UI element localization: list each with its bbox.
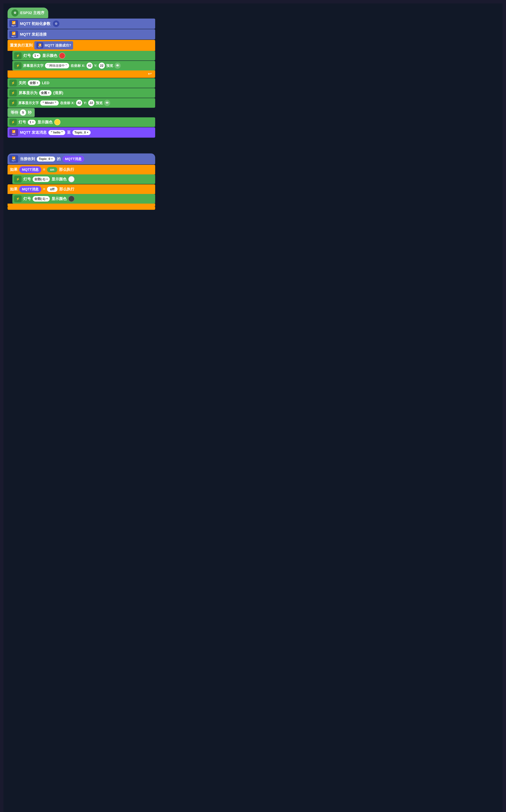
led-icon-4: ⚡ [9, 89, 17, 96]
led-icon-5: ⚡ [9, 99, 17, 106]
esp32-icon: ⚙ [11, 9, 18, 16]
mqtt-msg-oval-2: MQTT消息 [19, 166, 41, 173]
mqtt-msg2-label: MQTT消息 [22, 168, 38, 172]
coord-x-val-1[interactable]: 42 [86, 63, 93, 69]
recv-topic-dropdown[interactable]: Topic_0 ▼ [37, 156, 55, 161]
all-minus1-arrow[interactable]: ▼ [46, 178, 48, 181]
screen-black-block: ⚡ 屏幕显示为 全黑 ▼ (清屏) [8, 88, 155, 98]
led-dark-block: ⚡ 灯号 全部(-1) ▼ 显示颜色 [12, 194, 155, 204]
mqtt-init-label: MQTT 初始化参数 [20, 21, 51, 26]
mqtt-connect-icon: 📶 MQTT [9, 30, 18, 38]
mqtt-recv-icon: 📶 MQTT [9, 155, 18, 163]
led4-label: 灯号 [23, 196, 31, 201]
black-val: 全黑 [41, 91, 47, 95]
coord-y-label-2: Y: [84, 101, 87, 105]
screen-mindplus-label: 屏幕显示文字 [18, 101, 39, 105]
all-label-val: 全部 [29, 81, 36, 85]
hello-string[interactable]: " hello " [49, 130, 65, 135]
all-dropdown-arrow[interactable]: ▼ [36, 82, 38, 84]
mqtt-msg-oval-1: MQTT消息 [62, 156, 84, 162]
coord-x-val-2[interactable]: 42 [76, 100, 82, 106]
esp32-label: ESP32 主程序 [20, 10, 45, 15]
if-off-footer [8, 204, 155, 207]
mqtt-connected-label: MQTT 连接成功? [45, 43, 71, 48]
wait-num-val: 5 [22, 111, 24, 115]
recv-topic-arrow[interactable]: ▼ [51, 158, 53, 160]
led-icon-3: ⚡ [9, 79, 17, 86]
led1-num-pill[interactable]: 1 ▼ [32, 53, 40, 58]
mqtt-msg3-label: MQTT消息 [22, 187, 38, 191]
mindplus-string[interactable]: " Mind+ " [40, 100, 59, 106]
white-color-dot[interactable] [68, 176, 75, 182]
yellow-color-dot[interactable] [54, 119, 61, 125]
mqtt-init-gear-button[interactable]: ⚙ [53, 20, 59, 27]
mqtt-connect-block: 📶 MQTT MQTT 发起连接 [8, 29, 155, 40]
mqtt-msg-oval-3: MQTT消息 [19, 186, 41, 193]
dark-color-dot[interactable] [68, 196, 75, 202]
led2-dropdown-arrow[interactable]: ▼ [32, 121, 34, 123]
when-receive-hat-block: 📶 MQTT 当接收到 Topic_0 ▼ 的 MQTT消息 [8, 153, 155, 164]
coord-y-val-1[interactable]: 22 [99, 63, 105, 69]
wait-label: 等待 [11, 110, 18, 115]
when-receive-label: 当接收到 [20, 156, 35, 161]
close-all-led-block: ⚡ 关闭 全部 ▼ LED [8, 78, 155, 88]
mqtt-cond-icon: 📶 MQTT [36, 42, 43, 49]
coord-y-label-1: Y: [94, 64, 97, 68]
led2-num-val: 1 [29, 121, 31, 124]
on-pill: on [47, 167, 57, 172]
show-color4-label: 显示颜色 [52, 196, 67, 201]
recv-topic-val: Topic_0 [39, 157, 50, 161]
equals-1: = [43, 167, 45, 172]
led-icon-8: ⚡ [14, 195, 22, 202]
mqtt-connect-label: MQTT 发起连接 [20, 32, 47, 37]
led2-num-pill[interactable]: 1 ▼ [28, 120, 36, 125]
coord-x-label-1: 在坐标 X: [71, 63, 85, 68]
wait-num-pill[interactable]: 5 [20, 110, 26, 116]
coord-x-label-2: 在坐标 X: [60, 101, 75, 105]
black-dropdown[interactable]: 全黑 ▼ [39, 90, 52, 96]
led1-label: 灯号 [23, 53, 31, 58]
mqtt-init-icon: 📶 MQTT [9, 20, 18, 27]
black-dropdown-arrow[interactable]: ▼ [48, 92, 50, 94]
show-color-label-1: 显示颜色 [42, 53, 57, 58]
topic0-val: Topic_0 [75, 131, 86, 134]
topic0-arrow[interactable]: ▼ [86, 131, 89, 134]
net-connecting-string[interactable]: " 网络连接中 " [45, 63, 69, 68]
then1-label: 那么执行 [59, 167, 74, 172]
close-label: 关闭 [18, 80, 26, 85]
mqtt-send-label: MQTT 发送消息 [20, 130, 47, 135]
section-gap [8, 138, 155, 153]
led1-dropdown-arrow[interactable]: ▼ [37, 55, 39, 57]
seconds-label: 秒 [28, 110, 31, 115]
preview-label-1: 预览 [106, 63, 113, 68]
mqtt-init-block: 📶 MQTT MQTT 初始化参数 ⚙ [8, 18, 155, 29]
preview-eye-1[interactable]: 👁 [114, 63, 121, 69]
red-color-dot[interactable] [59, 53, 65, 59]
if-on-footer [8, 207, 155, 210]
hello-val: " hello " [51, 131, 63, 134]
all-minus1-val: 全部(-1) [34, 177, 45, 181]
coord-y-val-2[interactable]: 22 [88, 100, 94, 106]
repeat-block-bottom: ↩ [8, 70, 155, 78]
screen-black-label: 屏幕显示为 [18, 90, 37, 95]
all-dropdown[interactable]: 全部 ▼ [28, 80, 40, 86]
mqtt-connected-condition: 📶 MQTT MQTT 连接成功? [34, 41, 73, 50]
led2-label: 灯号 [18, 120, 26, 125]
all-minus2-dropdown[interactable]: 全部(-1) ▼ [32, 196, 50, 202]
if1-label: 如果 [10, 167, 17, 172]
topic0-dropdown[interactable]: Topic_0 ▼ [72, 130, 91, 135]
screen-text-label-1: 屏幕显示文字 [23, 63, 44, 68]
preview-eye-2[interactable]: 👁 [104, 100, 110, 106]
repeat-until-block: 重复执行直到 📶 MQTT MQTT 连接成功? ⚡ 灯号 1 [8, 40, 155, 78]
net-connecting-value: " 网络连接中 " [48, 64, 67, 67]
esp32-hat-block: ⚙ ESP32 主程序 [8, 8, 48, 18]
if-off-block: 如果 MQTT消息 = off 那么执行 ⚡ 灯号 [8, 184, 155, 207]
led-icon-7: ⚡ [14, 176, 22, 183]
all-minus2-arrow[interactable]: ▼ [46, 198, 48, 200]
all-minus2-val: 全部(-1) [34, 197, 45, 201]
led-icon-2: ⚡ [14, 62, 22, 69]
off-pill: off [47, 187, 58, 192]
mqtt-msg-label-1: MQTT消息 [65, 157, 82, 161]
screen-text-connecting-block: ⚡ 屏幕显示文字 " 网络连接中 " 在坐标 X: 42 Y: 22 预览 👁 [12, 61, 155, 70]
all-minus1-dropdown[interactable]: 全部(-1) ▼ [32, 177, 50, 182]
